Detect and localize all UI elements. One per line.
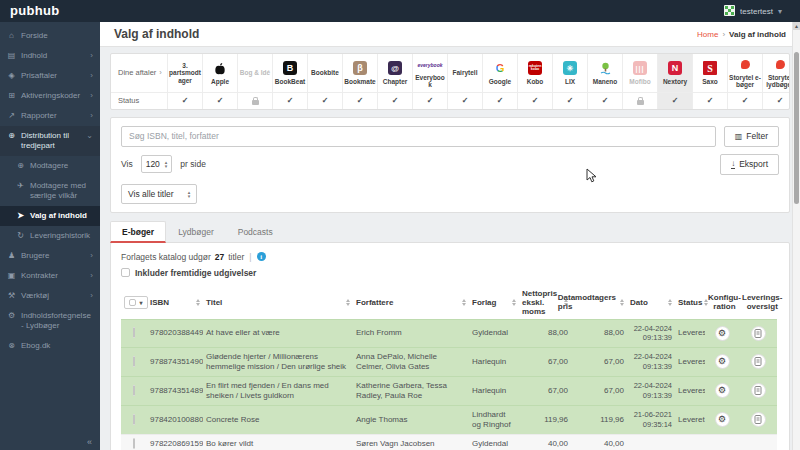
sidebar-item-rapporter[interactable]: ↗Rapporter› xyxy=(0,106,100,126)
sidebar-collapse-button[interactable]: « xyxy=(0,434,100,450)
vendor-saxo[interactable]: SSaxo xyxy=(692,54,727,92)
configuration-button[interactable]: ⚙ xyxy=(715,412,730,427)
titles-filter-select[interactable]: Vis alle titler ▴▾ xyxy=(121,184,197,204)
check-icon: ✓ xyxy=(392,96,399,105)
delivery-overview-button[interactable] xyxy=(751,354,766,369)
cell-status: Leveret xyxy=(675,405,705,434)
vendor-google[interactable]: GGoogle xyxy=(482,54,517,92)
sidebar-item-brugere[interactable]: ♟Brugere› xyxy=(0,246,100,266)
vendor-status-active: ✓ xyxy=(587,93,622,109)
info-icon[interactable]: i xyxy=(257,252,266,261)
scrollbar-thumb[interactable] xyxy=(794,52,799,204)
vendor-bookbeat[interactable]: BBookBeat xyxy=(272,54,307,92)
sort-icon[interactable] xyxy=(462,299,466,306)
toc-icon: ⚙ xyxy=(7,311,16,321)
sort-icon[interactable] xyxy=(620,299,624,306)
vendor-everybook[interactable]: everybookEverybook xyxy=(412,54,447,92)
titles-table: ▾ISBNTitelForfattereForlagNettopris eksk… xyxy=(121,286,777,450)
delivery-overview-button[interactable] xyxy=(751,326,766,341)
select-all-control[interactable]: ▾ xyxy=(124,296,148,309)
user-menu-chevron-icon[interactable]: ▾ xyxy=(778,7,782,16)
column-header-dato[interactable]: Dato xyxy=(627,286,675,320)
column-header-datamodtagers-pris[interactable]: Datamodtagers pris xyxy=(571,286,627,320)
cell-configuration: ⚙ xyxy=(705,347,739,376)
vendor-strip: Dine aftaler › 3. partsmodtagerAppleBog … xyxy=(110,53,790,110)
sidebar-item-distribution-til-tredjepart[interactable]: ⊕Distribution til tredjepart⌄ xyxy=(0,126,100,156)
sort-icon[interactable] xyxy=(512,299,516,306)
fields-button[interactable]: ▥ Felter xyxy=(724,126,779,147)
vendor-fairytell[interactable]: Fairytell xyxy=(447,54,482,92)
page-header: Valg af indhold Home › Valg af indhold xyxy=(100,22,800,47)
vendor-apple[interactable]: Apple xyxy=(202,54,237,92)
sidebar-item-label: Forside xyxy=(21,31,48,41)
cell-date: 22-04-202409:13:39 xyxy=(627,319,675,347)
sidebar-item-prisaftaler[interactable]: ◈Prisaftaler› xyxy=(0,66,100,86)
breadcrumb-home-link[interactable]: Home xyxy=(697,30,718,39)
sidebar-item-forside[interactable]: ⌂Forside xyxy=(0,26,100,46)
row-checkbox[interactable] xyxy=(133,438,135,449)
sidebar-item-modtagere-saerlige-vilkaar[interactable]: ✈Modtagere med særlige vilkår xyxy=(0,176,100,206)
row-checkbox[interactable] xyxy=(133,356,135,367)
delivery-overview-button[interactable] xyxy=(751,412,766,427)
vendor-3-partsmodtager[interactable]: 3. partsmodtager xyxy=(167,54,202,92)
select-all-checkbox[interactable] xyxy=(129,299,136,306)
vendor-bog-id-[interactable]: Bog & Idé xyxy=(237,54,272,92)
vendor-maneno[interactable]: Maneno xyxy=(587,54,622,92)
sidebar-item-indhold[interactable]: ▤Indhold› xyxy=(0,46,100,66)
search-input[interactable] xyxy=(121,126,716,147)
export-button[interactable]: ↓ Eksport xyxy=(720,154,779,175)
sidebar-item-leveringshistorik[interactable]: ↻Leveringshistorik xyxy=(0,226,100,246)
date-value: 21-06-2021 xyxy=(630,410,672,419)
vendor-lix[interactable]: ✳LIX xyxy=(552,54,587,92)
column-header-forfattere[interactable]: Forfattere xyxy=(353,286,469,320)
cell-authors: Angie Thomas xyxy=(353,405,469,434)
sidebar-item-label: Kontrakter xyxy=(21,271,58,281)
vertical-scrollbar[interactable]: ▲ xyxy=(792,22,800,450)
time-value: 09:13:39 xyxy=(630,333,672,342)
vendor-bookmate[interactable]: βBookmate xyxy=(342,54,377,92)
configuration-button[interactable]: ⚙ xyxy=(715,354,730,369)
configuration-button[interactable]: ⚙ xyxy=(715,383,730,398)
tab-lydb-ger[interactable]: Lydbøger xyxy=(166,221,226,243)
gear-icon: ⚙ xyxy=(718,386,726,395)
vendor-nextory[interactable]: NNextory xyxy=(657,54,692,92)
vendor-storytel-lydb-ger[interactable]: Storytel lydbøger xyxy=(762,54,789,92)
column-header-titel[interactable]: Titel xyxy=(203,286,353,320)
sidebar-item-vaerktoj[interactable]: ⚒Værktøj› xyxy=(0,286,100,306)
user-name[interactable]: testertest xyxy=(740,7,773,16)
delivery-overview-button[interactable] xyxy=(751,383,766,398)
cell-title: Concrete Rose xyxy=(203,405,353,434)
vendor-status-active: ✓ xyxy=(727,93,762,109)
sidebar-item-kontrakter[interactable]: ▣Kontrakter› xyxy=(0,266,100,286)
scroll-up-arrow-icon[interactable]: ▲ xyxy=(793,22,800,30)
sort-icon[interactable] xyxy=(668,299,672,306)
row-checkbox[interactable] xyxy=(133,414,135,425)
user-avatar[interactable] xyxy=(724,5,735,18)
row-checkbox[interactable] xyxy=(133,327,135,338)
row-checkbox[interactable] xyxy=(133,385,135,396)
sidebar-item-valg-af-indhold[interactable]: ➤Valg af indhold xyxy=(0,206,100,226)
tab-e-b-ger[interactable]: E-bøger xyxy=(110,221,166,243)
vendor-bookbite[interactable]: Bookbite xyxy=(307,54,342,92)
sidebar-item-modtagere[interactable]: ⊕Modtagere xyxy=(0,156,100,176)
column-header-isbn[interactable]: ISBN xyxy=(147,286,203,320)
tab-podcasts[interactable]: Podcasts xyxy=(226,221,285,243)
per-page-stepper[interactable]: 120 ▴▾ xyxy=(141,155,173,173)
configuration-button[interactable]: ⚙ xyxy=(715,326,730,341)
sidebar-item-indholdsfortegnelse-lydboeger[interactable]: ⚙Indholdsfortegnelse - Lydbøger xyxy=(0,306,100,336)
cell-authors: Søren Vagn Jacobsen xyxy=(353,434,469,450)
vendor-kobo[interactable]: rakutenkoboKobo xyxy=(517,54,552,92)
sort-icon[interactable] xyxy=(196,299,200,306)
column-header-status[interactable]: Status xyxy=(675,286,705,320)
agreements-label[interactable]: Dine aftaler › xyxy=(111,54,167,92)
vendor-chapter[interactable]: @Chapter xyxy=(377,54,412,92)
column-header-label: ISBN xyxy=(150,298,169,307)
vendor-storytel-e-b-ger[interactable]: Storytel e-bøger xyxy=(727,54,762,92)
vendor-status-active: ✓ xyxy=(167,93,202,109)
sidebar-item-ebog-dk[interactable]: ⊗Ebog.dk xyxy=(0,336,100,356)
column-header-forlag[interactable]: Forlag xyxy=(469,286,519,320)
sort-icon[interactable] xyxy=(346,299,350,306)
include-future-checkbox[interactable] xyxy=(121,268,130,277)
sidebar-item-aktiveringskoder[interactable]: ⊞Aktiveringskoder› xyxy=(0,86,100,106)
vendor-mofibo[interactable]: |||Mofibo xyxy=(622,54,657,92)
